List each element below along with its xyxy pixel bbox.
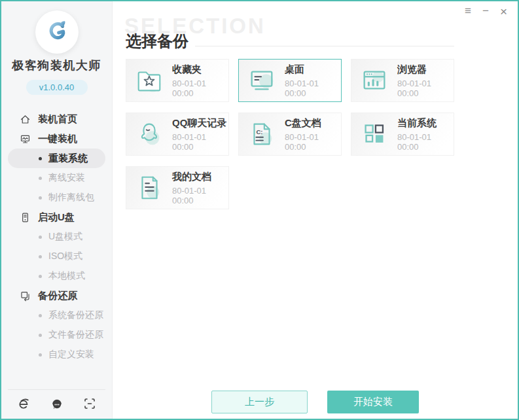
bullet-icon bbox=[39, 177, 42, 180]
sidebar-item-reinstall-system[interactable]: 重装系统 bbox=[8, 149, 105, 168]
card-date: 80-01-01 00:00 bbox=[172, 186, 228, 205]
browser-icon bbox=[359, 65, 389, 96]
backup-card-current-system[interactable]: 当前系统 80-01-01 00:00 bbox=[351, 113, 454, 156]
sidebar-item-backup-restore[interactable]: 备份还原 bbox=[1, 286, 112, 306]
nav-item-label: 备份还原 bbox=[38, 290, 77, 302]
previous-step-button[interactable]: 上一步 bbox=[211, 391, 308, 413]
card-label: C盘文档 bbox=[285, 117, 341, 130]
nav-item-label: 制作离线包 bbox=[48, 192, 94, 203]
sidebar-item-system-backup[interactable]: 系统备份还原 bbox=[8, 306, 105, 325]
customer-service-icon[interactable] bbox=[50, 397, 63, 410]
desktop-icon bbox=[247, 65, 277, 96]
sidebar-item-local-mode[interactable]: 本地模式 bbox=[8, 266, 105, 286]
ie-browser-icon[interactable] bbox=[17, 397, 30, 410]
backup-card-favorites[interactable]: 收藏夹 80-01-01 00:00 bbox=[126, 59, 229, 102]
backup-card-browser[interactable]: 浏览器 80-01-01 00:00 bbox=[351, 59, 454, 102]
nav-item-label: 本地模式 bbox=[48, 270, 85, 282]
card-label: QQ聊天记录 bbox=[172, 117, 228, 130]
sidebar-footer-icons bbox=[1, 390, 112, 419]
close-button[interactable]: × bbox=[500, 5, 507, 18]
nav-item-label: 重装系统 bbox=[48, 152, 88, 165]
card-label: 浏览器 bbox=[397, 63, 454, 76]
app-name: 极客狗装机大师 bbox=[1, 58, 112, 73]
backup-card-desktop[interactable]: 桌面 80-01-01 00:00 bbox=[238, 59, 342, 102]
sidebar-item-iso-mode[interactable]: ISO模式 bbox=[8, 247, 105, 266]
card-date: 80-01-01 00:00 bbox=[172, 132, 228, 152]
sidebar-nav: 装机首页 一键装机 重装系统 离线安装 制作离线包 启动U盘 U盘模式 ISO模… bbox=[1, 109, 112, 364]
sidebar-item-custom-install[interactable]: 自定义安装 bbox=[8, 345, 105, 364]
footer-buttons: 上一步 开始安装 bbox=[113, 391, 518, 413]
main-panel: ≡ − × SELECTION 选择备份 收藏夹 80-01-01 00:00 … bbox=[113, 1, 518, 419]
bullet-icon bbox=[39, 255, 42, 258]
start-install-button[interactable]: 开始安装 bbox=[327, 391, 419, 413]
bullet-icon bbox=[39, 157, 42, 160]
bullet-icon bbox=[39, 353, 42, 357]
card-label: 桌面 bbox=[285, 63, 341, 76]
sidebar: 极客狗装机大师 v1.0.0.40 装机首页 一键装机 重装系统 离线安装 制作… bbox=[1, 1, 113, 419]
sidebar-item-file-backup[interactable]: 文件备份还原 bbox=[8, 325, 105, 345]
card-date: 80-01-01 00:00 bbox=[397, 132, 454, 152]
card-label: 当前系统 bbox=[397, 117, 454, 130]
my-documents-icon bbox=[134, 173, 164, 203]
qq-icon bbox=[134, 119, 164, 149]
restore-icon bbox=[20, 290, 31, 302]
sidebar-item-boot-usb[interactable]: 启动U盘 bbox=[1, 207, 112, 227]
bullet-icon bbox=[39, 196, 42, 200]
nav-item-label: 启动U盘 bbox=[38, 211, 75, 224]
backup-card-qq-chat[interactable]: QQ聊天记录 80-01-01 00:00 bbox=[126, 113, 229, 156]
backup-card-my-documents[interactable]: 我的文档 80-01-01 00:00 bbox=[126, 166, 229, 209]
nav-item-label: U盘模式 bbox=[48, 231, 82, 243]
dog-logo-icon bbox=[43, 18, 71, 46]
bullet-icon bbox=[39, 314, 42, 317]
nav-item-label: ISO模式 bbox=[48, 251, 82, 262]
title-rule bbox=[195, 46, 454, 46]
nav-item-label: 文件备份还原 bbox=[48, 329, 103, 341]
nav-item-label: 自定义安装 bbox=[48, 349, 94, 360]
card-date: 80-01-01 00:00 bbox=[172, 79, 228, 98]
menu-button[interactable]: ≡ bbox=[465, 5, 471, 18]
card-date: 80-01-01 00:00 bbox=[397, 79, 454, 98]
bullet-icon bbox=[39, 236, 42, 239]
card-date: 80-01-01 00:00 bbox=[285, 79, 341, 98]
window-controls: ≡ − × bbox=[465, 5, 507, 18]
sidebar-item-usb-mode[interactable]: U盘模式 bbox=[8, 227, 105, 247]
usb-icon bbox=[20, 212, 31, 223]
scan-icon[interactable] bbox=[83, 397, 96, 410]
home-icon bbox=[20, 114, 31, 125]
main-content: SELECTION 选择备份 收藏夹 80-01-01 00:00 桌面 80-… bbox=[113, 1, 454, 209]
title-line: SELECTION 选择备份 bbox=[126, 17, 454, 50]
card-label: 收藏夹 bbox=[172, 63, 228, 76]
nav-item-label: 装机首页 bbox=[38, 113, 77, 126]
monitor-icon bbox=[20, 133, 31, 145]
app-window: 极客狗装机大师 v1.0.0.40 装机首页 一键装机 重装系统 离线安装 制作… bbox=[0, 0, 519, 420]
current-system-icon bbox=[359, 119, 389, 149]
sidebar-item-one-key-install[interactable]: 一键装机 bbox=[1, 129, 112, 149]
card-label: 我的文档 bbox=[172, 171, 228, 183]
page-title: 选择备份 bbox=[126, 33, 188, 50]
minimize-button[interactable]: − bbox=[482, 5, 489, 18]
sidebar-item-home[interactable]: 装机首页 bbox=[1, 109, 112, 129]
card-date: 80-01-01 00:00 bbox=[285, 132, 341, 152]
version-badge: v1.0.0.40 bbox=[26, 80, 88, 95]
bullet-icon bbox=[39, 334, 42, 337]
app-logo bbox=[35, 10, 79, 54]
c-drive-doc-icon bbox=[247, 119, 277, 149]
nav-item-label: 一键装机 bbox=[38, 133, 77, 145]
nav-item-label: 离线安装 bbox=[48, 172, 85, 184]
sidebar-item-offline-install[interactable]: 离线安装 bbox=[8, 168, 105, 188]
sidebar-item-make-offline-pack[interactable]: 制作离线包 bbox=[8, 188, 105, 207]
backup-card-c-drive-docs[interactable]: C盘文档 80-01-01 00:00 bbox=[238, 113, 342, 156]
folder-star-icon bbox=[134, 65, 164, 96]
bullet-icon bbox=[39, 275, 42, 278]
nav-item-label: 系统备份还原 bbox=[48, 309, 103, 321]
sidebar-footer bbox=[1, 389, 112, 419]
backup-card-grid: 收藏夹 80-01-01 00:00 桌面 80-01-01 00:00 浏览器… bbox=[126, 59, 454, 209]
